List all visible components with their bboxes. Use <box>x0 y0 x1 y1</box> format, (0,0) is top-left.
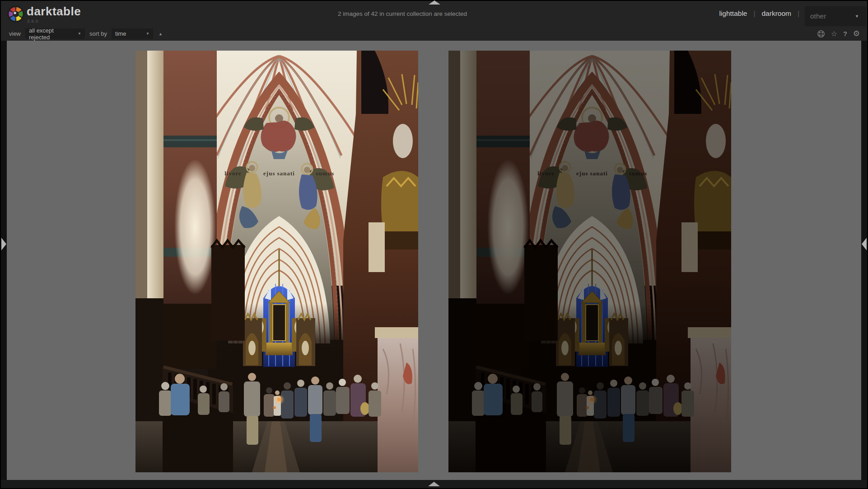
other-views-dropdown[interactable]: other ▼ <box>805 6 866 26</box>
view-link-lighttable[interactable]: lighttable <box>719 9 747 18</box>
preferences-gear-icon[interactable]: ⚙ <box>853 30 860 38</box>
lighttable-canvas: livore ejus sanati sumus <box>7 41 861 480</box>
right-panel-collapsed <box>861 41 867 480</box>
bottom-panel-collapsed <box>1 480 867 488</box>
other-views-label: other <box>810 12 826 20</box>
sort-ascending-button[interactable]: ▲ <box>159 32 163 36</box>
sort-by-dropdown[interactable]: time ▼ <box>112 28 153 39</box>
collapse-top-panel-arrow-icon[interactable] <box>429 0 440 5</box>
cathedral-photo-dark <box>448 51 731 472</box>
grouping-icon[interactable] <box>817 30 825 38</box>
expand-bottom-panel-arrow-icon[interactable] <box>428 482 440 486</box>
cathedral-photo-bright <box>135 51 418 472</box>
selection-status-text: 2 images of 42 in current collection are… <box>1 10 804 17</box>
view-filter-label: view <box>9 30 21 37</box>
photo-thumbnail-2[interactable] <box>448 51 731 472</box>
left-panel-collapsed <box>1 41 7 480</box>
view-link-darkroom[interactable]: darkroom <box>762 9 791 18</box>
filter-sort-bar: view all except rejected ▼ sort by time … <box>1 27 867 41</box>
expand-right-panel-arrow-icon[interactable] <box>862 238 867 250</box>
chevron-down-icon: ▼ <box>146 32 149 36</box>
view-separator: | <box>798 9 799 18</box>
darktable-window: darktable 3.6.0 2 images of 42 in curren… <box>0 0 868 489</box>
chevron-down-icon: ▼ <box>78 32 81 36</box>
app-version: 3.6.0 <box>27 19 38 24</box>
view-filter-value: all except rejected <box>29 27 73 41</box>
view-filter-dropdown[interactable]: all except rejected ▼ <box>25 28 85 39</box>
view-switcher: lighttable | darkroom | <box>719 1 799 26</box>
photo-thumbnail-1[interactable] <box>135 51 418 472</box>
help-icon[interactable]: ? <box>843 31 847 37</box>
overlays-star-icon[interactable]: ☆ <box>831 30 837 38</box>
chevron-down-icon: ▼ <box>855 14 859 19</box>
top-panel: darktable 3.6.0 2 images of 42 in curren… <box>1 1 867 41</box>
sort-by-label: sort by <box>89 30 107 37</box>
header-icons: ☆ ? ⚙ <box>817 27 860 41</box>
sort-by-value: time <box>115 30 126 37</box>
expand-left-panel-arrow-icon[interactable] <box>1 238 6 250</box>
view-separator: | <box>753 9 755 18</box>
